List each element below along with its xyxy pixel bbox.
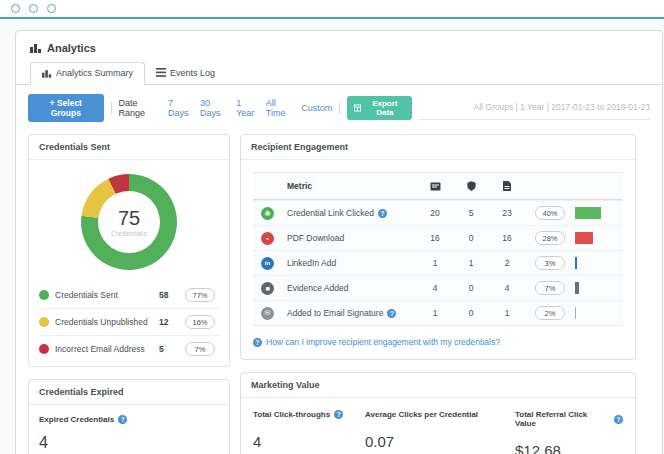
range-30-days-link[interactable]: 30 Days — [200, 98, 229, 118]
help-icon[interactable]: ? — [334, 410, 343, 419]
help-icon[interactable]: ? — [378, 209, 387, 218]
window-close-icon[interactable] — [11, 4, 20, 13]
metric-label-text: Average Clicks per Credential — [365, 410, 478, 419]
percent-bar — [575, 232, 593, 244]
donut-caption: Credentials — [111, 230, 147, 237]
table-header-row: Metric — [253, 173, 623, 200]
email-signature-icon: ✉ — [261, 307, 274, 320]
page-title: Analytics — [30, 42, 650, 54]
total-count: 1 — [489, 308, 525, 318]
metric-label: PDF Download — [287, 233, 417, 243]
bar-chart-icon — [30, 43, 42, 53]
legend-percent-badge: 7% — [185, 342, 215, 356]
donut-total: 75 — [118, 208, 140, 228]
range-all-time-link[interactable]: All Time — [266, 98, 294, 118]
legend-dot — [39, 317, 49, 327]
legend-dot — [39, 290, 49, 300]
page-title-label: Analytics — [47, 42, 96, 54]
document-icon — [489, 181, 525, 191]
range-1-year-link[interactable]: 1 Year — [236, 98, 259, 118]
percent-badge: 2% — [535, 306, 565, 320]
help-icon[interactable]: ? — [118, 415, 127, 424]
total-click-throughs: Total Click-throughs ? 4 — [253, 410, 349, 454]
card-body: Total Click-throughs ? 4 Average Clicks … — [241, 398, 635, 454]
certificate-count: 4 — [417, 283, 453, 293]
metric-label-text: Added to Email Signature — [287, 308, 383, 318]
badge-count: 0 — [453, 233, 489, 243]
legend-row: Incorrect Email Address 5 7% — [39, 335, 219, 362]
donut-wrap: 75 Credentials — [29, 160, 229, 282]
metric-column-header: Metric — [287, 181, 417, 191]
certificate-count: 20 — [417, 208, 453, 218]
export-data-label: Export Data — [365, 99, 404, 117]
credentials-sent-card: Credentials Sent 75 Credentials Credenti… — [28, 134, 230, 367]
total-count: 23 — [489, 208, 525, 218]
link-clicked-icon: ◉ — [261, 207, 274, 220]
metric-label-text: Credential Link Clicked — [287, 208, 374, 218]
range-custom-link[interactable]: Custom — [301, 103, 332, 113]
metric-label: Credential Link Clicked ? — [287, 208, 417, 218]
total-count: 16 — [489, 233, 525, 243]
window-titlebar — [0, 0, 664, 19]
percent-bar — [575, 257, 577, 269]
card-title: Marketing Value — [241, 373, 635, 398]
legend-value: 58 — [159, 290, 185, 300]
metric-value: $12.68 — [515, 442, 623, 454]
legend-dot — [39, 344, 49, 354]
metric-label-text: PDF Download — [287, 233, 344, 243]
metric-label: Total Referral Click Value ? — [515, 410, 623, 428]
tab-analytics-summary[interactable]: Analytics Summary — [30, 62, 145, 85]
table-row: ✉ Added to Email Signature ? 1 0 1 2% — [253, 300, 623, 325]
help-icon[interactable]: ? — [614, 415, 623, 424]
table-row: ■ Evidence Added 4 0 4 7% — [253, 275, 623, 300]
total-count: 4 — [489, 283, 525, 293]
metric-label: Added to Email Signature ? — [287, 308, 417, 318]
certificate-icon — [417, 182, 453, 191]
toolbar: + Select Groups Date Range 7 Days 30 Day… — [28, 94, 650, 122]
metric-label: Expired Credentials — [39, 415, 114, 424]
range-7-days-link[interactable]: 7 Days — [168, 98, 193, 118]
donut-legend: Credentials Sent 58 77% Credentials Unpu… — [29, 282, 229, 366]
engagement-help-link[interactable]: ? How can I improve recipient engagement… — [253, 337, 623, 347]
export-data-button[interactable]: Export Data — [347, 96, 411, 120]
donut-center: 75 Credentials — [98, 191, 160, 253]
badge-count: 1 — [453, 258, 489, 268]
percent-bar — [575, 207, 601, 219]
tab-events-log[interactable]: Events Log — [145, 62, 226, 84]
badge-count: 0 — [453, 308, 489, 318]
metric-label: Total Click-throughs ? — [253, 410, 349, 419]
legend-row: Credentials Sent 58 77% — [39, 282, 219, 308]
list-icon — [156, 68, 166, 77]
card-title: Credentials Sent — [29, 135, 229, 160]
average-clicks: Average Clicks per Credential 0.07 On av… — [365, 410, 499, 454]
engagement-table: Metric — [253, 172, 623, 326]
certificate-count: 1 — [417, 308, 453, 318]
table-row: in LinkedIn Add 1 1 2 3% — [253, 250, 623, 275]
bar-chart-icon — [42, 69, 52, 78]
legend-row: Credentials Unpublished 12 16% — [39, 308, 219, 335]
card-body: Expired Credentials ? 4 — [29, 405, 229, 454]
recipient-engagement-card: Recipient Engagement Metric — [240, 134, 636, 360]
metric-label: LinkedIn Add — [287, 258, 417, 268]
select-groups-button[interactable]: + Select Groups — [28, 94, 104, 122]
window-minimize-icon[interactable] — [29, 4, 38, 13]
legend-label: Incorrect Email Address — [55, 344, 159, 354]
tab-bar: Analytics Summary Events Log — [16, 62, 662, 85]
expired-credentials-label: Expired Credentials ? — [39, 415, 219, 424]
right-column: Recipient Engagement Metric — [240, 134, 636, 454]
date-range-label: Date Range — [119, 98, 162, 118]
help-icon[interactable]: ? — [387, 309, 396, 318]
window-zoom-icon[interactable] — [47, 4, 56, 13]
table-row: ◉ Credential Link Clicked ? 20 5 23 40% — [253, 200, 623, 225]
percent-badge: 7% — [535, 281, 565, 295]
metric-label-text: Total Referral Click Value — [515, 410, 610, 428]
percent-badge: 28% — [535, 231, 565, 245]
help-icon: ? — [253, 338, 262, 347]
legend-percent-badge: 77% — [185, 288, 215, 302]
expired-credentials-value: 4 — [39, 434, 219, 452]
badge-count: 5 — [453, 208, 489, 218]
card-title: Credentials Expired — [29, 380, 229, 405]
linkedin-icon: in — [261, 257, 274, 270]
filter-summary: All Groups | 1 Year | 2017-01-23 to 2018… — [419, 102, 650, 120]
certificate-count: 16 — [417, 233, 453, 243]
